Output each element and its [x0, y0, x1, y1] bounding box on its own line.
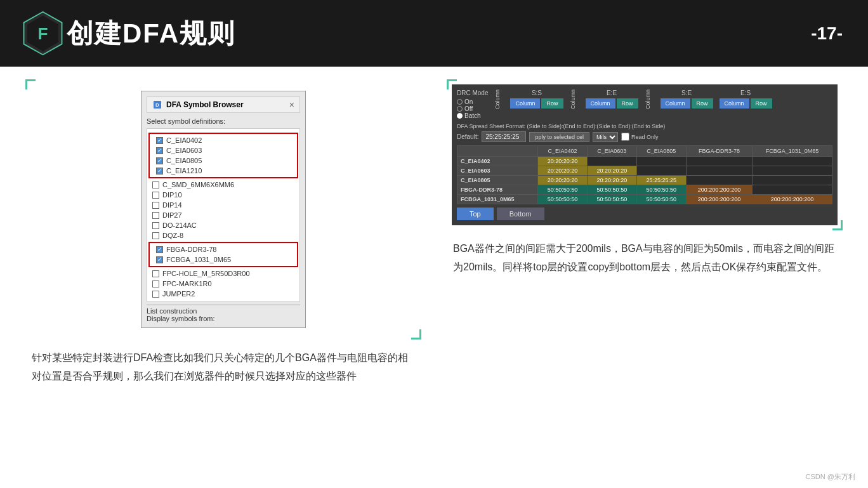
checkbox-fpc-mark[interactable]	[152, 280, 159, 287]
cell-10[interactable]: 20:20:20:20	[538, 166, 588, 176]
drc-panel: DRC Mode On Off Batch	[452, 84, 838, 225]
list-item[interactable]: DIP10	[147, 190, 299, 200]
ee-buttons: Column Row	[586, 98, 638, 109]
row-header-fcbga: FCBGA_1031_0M65	[457, 195, 538, 204]
bottom-button[interactable]: Bottom	[497, 208, 544, 220]
checkbox-dip10[interactable]	[152, 192, 159, 199]
list-construction-label: List construction	[147, 305, 300, 315]
cell-03	[686, 157, 753, 166]
cell-00[interactable]: 20:20:20:20	[538, 157, 588, 166]
checkbox-c-eia0603[interactable]: ✓	[156, 147, 163, 154]
right-column: DRC Mode On Off Batch	[447, 79, 843, 475]
list-item[interactable]: DO-214AC	[147, 220, 299, 230]
cell-43[interactable]: 200:200:200:200	[686, 195, 753, 204]
checkbox-fbga[interactable]: ✓	[156, 246, 163, 253]
checkbox-dqz8[interactable]	[152, 232, 159, 239]
ee-row-btn[interactable]: Row	[617, 98, 638, 109]
radio-batch[interactable]	[457, 113, 463, 119]
item-label: FBGA-DDR3-78	[166, 246, 216, 253]
es-row-btn[interactable]: Row	[751, 98, 772, 109]
se-column-btn[interactable]: Column	[661, 98, 690, 109]
list-item[interactable]: DQZ-8	[147, 230, 299, 241]
col-header-fbga: FBGA-DDR3-78	[686, 146, 753, 157]
ss-column-btn[interactable]: Column	[510, 98, 540, 109]
corner-br	[411, 329, 421, 340]
es-buttons: Column Row	[720, 98, 772, 109]
checkbox-c-eia0402[interactable]: ✓	[156, 137, 163, 144]
close-icon[interactable]: ×	[289, 100, 294, 110]
ee-group: E:E Column Row	[586, 89, 638, 109]
list-item[interactable]: ✓ C_EIA0805	[151, 155, 296, 166]
cell-34	[753, 185, 832, 195]
cell-21[interactable]: 20:20:20:20	[587, 176, 636, 185]
list-item[interactable]: DIP27	[147, 210, 299, 220]
display-label: Display symbols from:	[147, 315, 300, 322]
mode-off-option[interactable]: Off	[457, 105, 488, 112]
se-group: S:E Column Row	[661, 89, 713, 109]
col-header-c-eia0805: C_EIA0805	[636, 146, 686, 157]
ee-column-btn[interactable]: Column	[586, 98, 615, 109]
radio-off[interactable]	[457, 106, 463, 112]
radio-on[interactable]	[457, 99, 463, 105]
top-button[interactable]: Top	[457, 208, 494, 220]
cell-44[interactable]: 200:200:200:200	[753, 195, 832, 204]
cell-32[interactable]: 50:50:50:50	[636, 185, 686, 195]
column-label-vertical-2: Column	[570, 89, 576, 109]
units-select[interactable]: Mils	[593, 132, 618, 142]
checkbox-c-eia0805[interactable]: ✓	[156, 157, 163, 164]
col-header-empty	[457, 146, 538, 157]
main-content: D DFA Symbol Browser × Select symbol def…	[0, 67, 868, 488]
list-item[interactable]: ✓ C_EIA0402	[151, 135, 296, 145]
svg-text:F: F	[37, 24, 48, 43]
checkbox-c-eia1210[interactable]: ✓	[156, 168, 163, 175]
cell-30[interactable]: 50:50:50:50	[538, 185, 588, 195]
list-item[interactable]: JUMPER2	[147, 289, 299, 299]
cell-20[interactable]: 20:20:20:20	[538, 176, 588, 185]
list-item[interactable]: ✓ C_EIA1210	[151, 166, 296, 176]
corner-br-right	[832, 220, 843, 230]
readonly-checkbox[interactable]	[621, 133, 629, 141]
checkbox-c-smd[interactable]	[152, 181, 159, 188]
browser-titlebar: D DFA Symbol Browser ×	[147, 96, 300, 113]
checkbox-jumper2[interactable]	[152, 291, 159, 298]
cell-31[interactable]: 50:50:50:50	[587, 185, 636, 195]
apply-button[interactable]: pply to selected cel	[529, 132, 589, 142]
header: F 创建DFA规则 -17-	[0, 0, 868, 67]
list-item[interactable]: FPC-MARK1R0	[147, 279, 299, 289]
list-item[interactable]: C_SMD_6MM6X6MM6	[147, 180, 299, 190]
mode-batch-option[interactable]: Batch	[457, 112, 488, 119]
checkbox-fcbga[interactable]: ✓	[156, 256, 163, 263]
list-item[interactable]: DIP14	[147, 200, 299, 210]
item-label: DQZ-8	[162, 232, 183, 239]
cell-33[interactable]: 200:200:200:200	[686, 185, 753, 195]
list-item[interactable]: ✓ FBGA-DDR3-78	[151, 244, 296, 254]
es-column-btn[interactable]: Column	[720, 98, 749, 109]
column-label-vertical: Column	[494, 89, 501, 109]
mode-on-option[interactable]: On	[457, 98, 488, 105]
se-row-btn[interactable]: Row	[692, 98, 713, 109]
spread-label: DFA Spread Sheet Format: (Side to Side):…	[457, 123, 832, 129]
left-column: D DFA Symbol Browser × Select symbol def…	[25, 79, 421, 475]
table-row: C_EIA0603 20:20:20:20 20:20:20:20	[457, 166, 832, 176]
list-item[interactable]: FPC-HOLE_M_5R50D3R00	[147, 268, 299, 279]
cell-42[interactable]: 50:50:50:50	[636, 195, 686, 204]
checkbox-fpc-hole[interactable]	[152, 270, 159, 277]
cell-40[interactable]: 50:50:50:50	[538, 195, 588, 204]
right-screenshot-area: DRC Mode On Off Batch	[447, 79, 843, 230]
cell-22[interactable]: 25:25:25:25	[636, 176, 686, 185]
default-value-input[interactable]	[482, 131, 526, 142]
svg-text:D: D	[155, 102, 159, 108]
checkbox-dip27[interactable]	[152, 212, 159, 219]
list-item[interactable]: ✓ C_EIA0603	[151, 145, 296, 155]
cell-04	[753, 157, 832, 166]
table-row: FCBGA_1031_0M65 50:50:50:50 50:50:50:50 …	[457, 195, 832, 204]
ss-row-btn[interactable]: Row	[541, 98, 563, 109]
mode-off-label: Off	[464, 105, 473, 112]
cell-24	[753, 176, 832, 185]
checkbox-do214ac[interactable]	[152, 222, 159, 229]
cell-41[interactable]: 50:50:50:50	[587, 195, 636, 204]
list-item[interactable]: ✓ FCBGA_1031_0M65	[151, 254, 296, 265]
checkbox-dip14[interactable]	[152, 202, 159, 209]
cell-11[interactable]: 20:20:20:20	[587, 166, 636, 176]
es-group: E:S Column Row	[720, 89, 772, 109]
